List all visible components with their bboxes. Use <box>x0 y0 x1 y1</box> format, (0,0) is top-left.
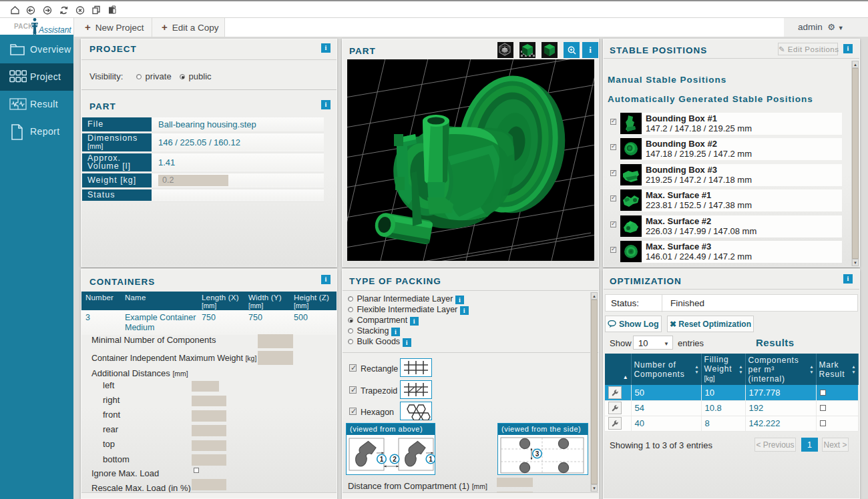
svg-text:3: 3 <box>535 450 539 458</box>
svg-text:2: 2 <box>393 456 397 463</box>
svg-text:1: 1 <box>380 456 384 463</box>
svg-text:1: 1 <box>429 456 433 463</box>
